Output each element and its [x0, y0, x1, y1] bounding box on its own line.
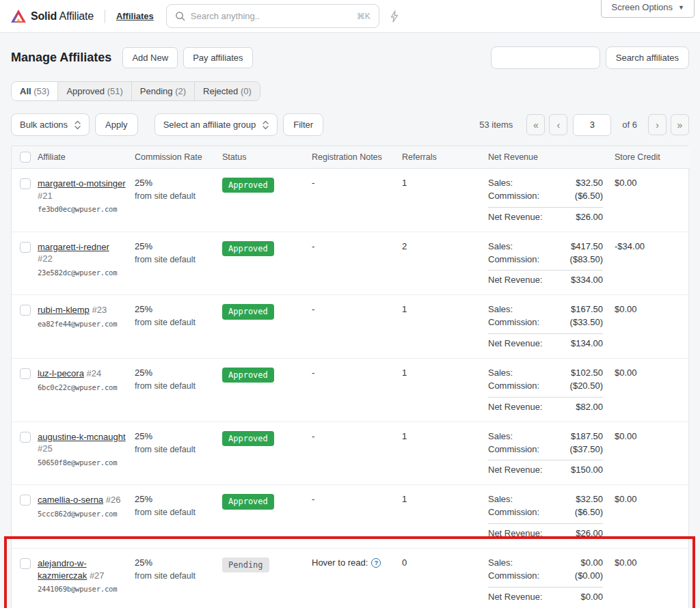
divider: [488, 587, 603, 588]
net-revenue-value: $82.00: [576, 402, 603, 413]
registration-notes: -: [312, 431, 314, 441]
global-search-box[interactable]: ⌘K: [166, 4, 379, 28]
current-page-input[interactable]: [573, 114, 611, 136]
filter-button[interactable]: Filter: [283, 113, 323, 136]
table-row: rubi-m-klemp #23 ea82fe44@wpuser.com 25%…: [12, 295, 690, 359]
affiliate-group-select[interactable]: Select an affiliate group: [154, 113, 278, 136]
tab-rejected[interactable]: Rejected (0): [195, 82, 260, 100]
column-header-net-revenue: Net Revenue: [488, 146, 615, 169]
status-badge: Approved: [222, 304, 274, 319]
search-affiliates-button[interactable]: Search affiliates: [606, 46, 689, 69]
row-checkbox[interactable]: [20, 242, 31, 253]
tab-pending[interactable]: Pending (2): [132, 82, 195, 100]
row-checkbox[interactable]: [20, 558, 31, 569]
affiliate-email: 5ccc862d@wpuser.com: [38, 510, 126, 518]
affiliate-link[interactable]: augustine-k-mcnaught: [38, 432, 126, 442]
registration-notes: -: [312, 368, 314, 378]
affiliate-id: #23: [92, 305, 107, 315]
divider: [488, 460, 603, 460]
affiliate-link[interactable]: margarett-o-motsinger: [38, 178, 126, 189]
tab-all[interactable]: All (53): [12, 82, 58, 100]
store-credit: $0.00: [615, 359, 690, 422]
referrals-count: 0: [402, 549, 488, 608]
brand-logo: Solid Affiliate: [11, 10, 94, 23]
add-new-button[interactable]: Add New: [122, 47, 178, 68]
solid-affiliate-logo-icon: [11, 10, 26, 23]
affiliate-email: 2441069b@wpuser.com: [38, 585, 126, 593]
referrals-count: 1: [402, 295, 488, 359]
status-badge: Pending: [222, 557, 269, 572]
sales-value: $32.50: [576, 178, 603, 189]
commission-rate: 25%: [135, 178, 214, 188]
net-revenue-breakdown: Sales:$32.50 Commission:($6.50) Net Reve…: [488, 494, 603, 540]
commission-value: ($6.50): [575, 507, 603, 519]
affiliate-link[interactable]: luz-l-pecora: [38, 368, 84, 378]
pay-affiliates-button[interactable]: Pay affiliates: [183, 47, 252, 68]
registration-notes: -: [312, 494, 314, 504]
select-all-checkbox[interactable]: [20, 152, 31, 163]
commission-rate: 25%: [135, 557, 214, 568]
net-revenue-breakdown: Sales:$102.50 Commission:($20.50) Net Re…: [488, 368, 603, 413]
bulk-actions-select[interactable]: Bulk actions: [11, 113, 90, 136]
registration-notes: -: [312, 241, 314, 251]
next-page-button[interactable]: ›: [648, 114, 667, 135]
divider: [488, 270, 603, 271]
global-search-input[interactable]: [191, 11, 351, 21]
row-checkbox[interactable]: [20, 495, 31, 506]
net-revenue-value: $334.00: [571, 275, 603, 286]
affiliate-id: #27: [90, 570, 105, 581]
divider: [488, 333, 603, 334]
table-toolbar: Bulk actions Apply Select an affiliate g…: [11, 113, 689, 136]
referrals-count: 1: [402, 359, 488, 422]
table-header-row: Affiliate Commission Rate Status Registr…: [12, 146, 690, 169]
last-page-button[interactable]: »: [671, 114, 689, 135]
affiliate-id: #26: [106, 495, 121, 505]
store-credit: $0.00: [615, 485, 690, 549]
first-page-button[interactable]: «: [526, 114, 545, 135]
affiliate-email: 50650f8e@wpuser.com: [38, 458, 126, 467]
affiliate-link[interactable]: rubi-m-klemp: [38, 305, 90, 315]
affiliate-link[interactable]: camellia-o-serna: [38, 495, 103, 505]
column-header-affiliate: Affiliate: [38, 146, 135, 169]
affiliate-search-input[interactable]: [491, 46, 600, 69]
screen-options-button[interactable]: Screen Options ▼: [601, 0, 695, 18]
net-revenue-breakdown: Sales:$417.50 Commission:($83.50) Net Re…: [488, 241, 603, 287]
affiliate-link[interactable]: alejandro-w-kazmierczak: [38, 558, 87, 581]
affiliate-id: #25: [38, 443, 53, 454]
row-checkbox[interactable]: [20, 432, 31, 443]
commission-value: ($20.50): [570, 381, 603, 392]
commission-rate-note: from site default: [135, 381, 214, 391]
divider: [488, 523, 603, 524]
affiliate-email: fe3bd0ec@wpuser.com: [38, 205, 126, 213]
lightning-bolt-icon[interactable]: [389, 10, 399, 23]
column-header-status: Status: [222, 146, 312, 169]
store-credit: $0.00: [615, 169, 690, 232]
net-revenue-value: $150.00: [571, 465, 603, 476]
affiliate-id: #21: [38, 191, 53, 201]
row-checkbox[interactable]: [20, 305, 31, 316]
screen-options-label: Screen Options: [611, 2, 673, 12]
commission-rate: 25%: [135, 494, 214, 504]
apply-button[interactable]: Apply: [95, 113, 138, 136]
tab-approved[interactable]: Approved (51): [58, 82, 131, 100]
help-question-icon[interactable]: ?: [371, 558, 381, 568]
net-revenue-breakdown: Sales:$32.50 Commission:($6.50) Net Reve…: [488, 178, 603, 223]
commission-rate: 25%: [135, 304, 214, 314]
affiliate-email: 23e582dc@wpuser.com: [38, 268, 126, 277]
column-header-store-credit: Store Credit: [615, 146, 690, 169]
affiliate-link[interactable]: margarett-i-redner: [38, 242, 109, 252]
row-checkbox[interactable]: [20, 368, 31, 379]
chevrons-up-down-icon: [75, 120, 81, 130]
registration-notes: -: [312, 304, 314, 314]
net-revenue-value: $26.00: [576, 528, 603, 540]
row-checkbox[interactable]: [20, 178, 31, 189]
prev-page-button[interactable]: ‹: [549, 114, 567, 135]
status-badge: Approved: [222, 431, 274, 446]
nav-affiliates-link[interactable]: Affiliates: [116, 11, 154, 21]
page-title: Manage Affiliates: [11, 51, 111, 65]
affiliates-table: Affiliate Commission Rate Status Registr…: [11, 146, 689, 608]
net-revenue-breakdown: Sales:$0.00 Commission:($0.00) Net Reven…: [488, 557, 603, 603]
store-credit: $0.00: [615, 295, 690, 359]
referrals-count: 2: [402, 232, 488, 295]
status-badge: Approved: [222, 494, 274, 509]
